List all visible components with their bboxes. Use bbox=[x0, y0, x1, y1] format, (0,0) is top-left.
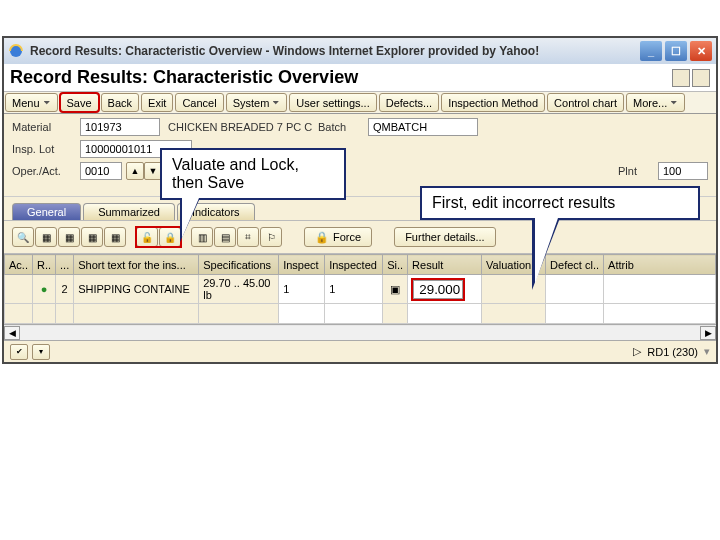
tab-summarized[interactable]: Summarized bbox=[83, 203, 175, 220]
table-row[interactable]: ● 2 SHIPPING CONTAINE 29.70 .. 45.00 lb … bbox=[5, 275, 716, 304]
col-shorttext[interactable]: Short text for the ins... bbox=[74, 255, 199, 275]
col-attrib[interactable]: Attrib bbox=[604, 255, 716, 275]
col-inspect[interactable]: Inspect bbox=[279, 255, 325, 275]
material-input[interactable] bbox=[80, 118, 160, 136]
cell-inspect[interactable]: 1 bbox=[279, 275, 325, 304]
horizontal-scrollbar[interactable]: ◀ ▶ bbox=[4, 324, 716, 340]
results-table-wrap: Ac.. R.. ... Short text for the ins... S… bbox=[4, 254, 716, 340]
tab-general[interactable]: General bbox=[12, 203, 81, 220]
valuate-lock-group: 🔓 🔒 bbox=[136, 227, 181, 247]
results-table: Ac.. R.. ... Short text for the ins... S… bbox=[4, 254, 716, 324]
col-ac[interactable]: Ac.. bbox=[5, 255, 33, 275]
status-ok-icon[interactable]: ✔ bbox=[10, 344, 28, 360]
oper-stepper: ▲ ▼ bbox=[126, 162, 162, 180]
back-button[interactable]: Back bbox=[101, 93, 139, 112]
scroll-track[interactable] bbox=[20, 326, 700, 340]
callout-edit-results: First, edit incorrect results bbox=[420, 186, 700, 220]
force-label: Force bbox=[333, 231, 361, 243]
menu-button[interactable]: Menu bbox=[5, 93, 58, 112]
batch-input[interactable] bbox=[368, 118, 478, 136]
calc-icon[interactable]: ⌗ bbox=[237, 227, 259, 247]
oper-input[interactable] bbox=[80, 162, 122, 180]
cell-attrib[interactable] bbox=[604, 275, 716, 304]
further-label: Further details... bbox=[405, 231, 484, 243]
heading-icon-group bbox=[672, 69, 710, 87]
cell-r: ● bbox=[32, 275, 55, 304]
header-form: Material CHICKEN BREADED 7 PC C Batch In… bbox=[4, 114, 716, 197]
cell-inspected[interactable]: 1 bbox=[325, 275, 383, 304]
col-dots[interactable]: ... bbox=[56, 255, 74, 275]
callout1-text: Valuate and Lock, then Save bbox=[172, 156, 299, 191]
status-nav-icon[interactable]: ▷ bbox=[633, 345, 641, 358]
lock-small-icon: 🔒 bbox=[315, 231, 329, 244]
col-spec[interactable]: Specifications bbox=[199, 255, 279, 275]
ie-logo-icon bbox=[8, 43, 24, 59]
callout-valuate-lock: Valuate and Lock, then Save bbox=[160, 148, 346, 200]
sheet3-icon[interactable]: ▦ bbox=[81, 227, 103, 247]
window-title: Record Results: Characteristic Overview … bbox=[30, 44, 640, 58]
minimize-button[interactable]: _ bbox=[640, 41, 662, 61]
help-icon[interactable] bbox=[692, 69, 710, 87]
unlock-icon[interactable]: 🔓 bbox=[136, 227, 158, 247]
insp-lot-label: Insp. Lot bbox=[12, 143, 80, 155]
status-menu-icon[interactable]: ▾ bbox=[32, 344, 50, 360]
window-buttons: _ ☐ ✕ bbox=[640, 41, 712, 61]
flag-icon[interactable]: ⚐ bbox=[260, 227, 282, 247]
cell-si-icon[interactable]: ▣ bbox=[383, 275, 408, 304]
plnt-input[interactable] bbox=[658, 162, 708, 180]
defects-button[interactable]: Defects... bbox=[379, 93, 439, 112]
inspection-method-button[interactable]: Inspection Method bbox=[441, 93, 545, 112]
maximize-button[interactable]: ☐ bbox=[665, 41, 687, 61]
plnt-label: Plnt bbox=[618, 165, 658, 177]
menubar: Menu Save Back Exit Cancel System User s… bbox=[4, 92, 716, 114]
col-si[interactable]: Si.. bbox=[383, 255, 408, 275]
table-row-empty bbox=[5, 304, 716, 324]
sheet1-icon[interactable]: ▦ bbox=[35, 227, 57, 247]
chart-icon[interactable]: ▤ bbox=[214, 227, 236, 247]
batch-label: Batch bbox=[318, 121, 368, 133]
callout2-text: First, edit incorrect results bbox=[432, 194, 615, 211]
status-system: RD1 (230) bbox=[647, 346, 698, 358]
status-bar: ✔ ▾ ▷ RD1 (230) ▾ bbox=[4, 340, 716, 362]
cell-spec: 29.70 .. 45.00 lb bbox=[199, 275, 279, 304]
page-heading-row: Record Results: Characteristic Overview bbox=[4, 64, 716, 92]
oper-label: Oper./Act. bbox=[12, 165, 80, 177]
cell-ac bbox=[5, 275, 33, 304]
result-input[interactable] bbox=[413, 280, 463, 299]
col-r[interactable]: R.. bbox=[32, 255, 55, 275]
scroll-left-icon[interactable]: ◀ bbox=[4, 326, 20, 340]
cell-result[interactable] bbox=[408, 275, 482, 304]
force-button[interactable]: 🔒Force bbox=[304, 227, 372, 247]
sheet4-icon[interactable]: ▦ bbox=[104, 227, 126, 247]
more-button[interactable]: More... bbox=[626, 93, 685, 112]
material-desc: CHICKEN BREADED 7 PC C bbox=[168, 121, 318, 133]
col-result[interactable]: Result bbox=[408, 255, 482, 275]
control-chart-button[interactable]: Control chart bbox=[547, 93, 624, 112]
lock-icon[interactable]: 🔒 bbox=[159, 227, 181, 247]
cell-num: 2 bbox=[56, 275, 74, 304]
toolbox-icon[interactable] bbox=[672, 69, 690, 87]
exit-button[interactable]: Exit bbox=[141, 93, 173, 112]
further-details-button[interactable]: Further details... bbox=[394, 227, 495, 247]
scroll-right-icon[interactable]: ▶ bbox=[700, 326, 716, 340]
oper-up-button[interactable]: ▲ bbox=[126, 162, 144, 180]
sheet2-icon[interactable]: ▦ bbox=[58, 227, 80, 247]
user-settings-button[interactable]: User settings... bbox=[289, 93, 376, 112]
status-grip-icon: ▾ bbox=[704, 345, 710, 358]
table-header-row: Ac.. R.. ... Short text for the ins... S… bbox=[5, 255, 716, 275]
save-button[interactable]: Save bbox=[60, 93, 99, 112]
material-label: Material bbox=[12, 121, 80, 133]
results-toolbar: 🔍 ▦ ▦ ▦ ▦ 🔓 🔒 ▥ ▤ ⌗ ⚐ 🔒Force Further det… bbox=[4, 221, 716, 254]
ie-titlebar: Record Results: Characteristic Overview … bbox=[4, 38, 716, 64]
close-button[interactable]: ✕ bbox=[690, 41, 712, 61]
cell-shorttext: SHIPPING CONTAINE bbox=[74, 275, 199, 304]
col-inspected[interactable]: Inspected bbox=[325, 255, 383, 275]
system-button[interactable]: System bbox=[226, 93, 288, 112]
find-icon[interactable]: 🔍 bbox=[12, 227, 34, 247]
page-title: Record Results: Characteristic Overview bbox=[10, 67, 672, 88]
cancel-button[interactable]: Cancel bbox=[175, 93, 223, 112]
